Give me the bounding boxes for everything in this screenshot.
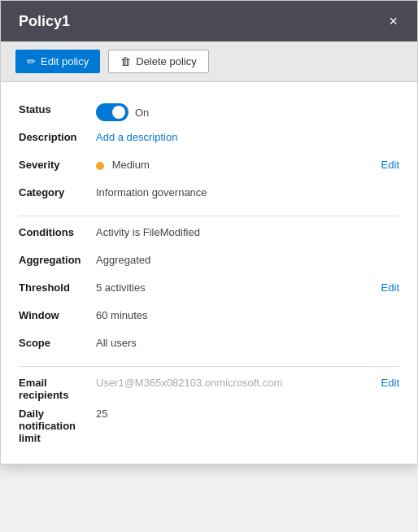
status-label: Status	[19, 102, 96, 116]
severity-label: Severity	[19, 157, 96, 171]
severity-row: Severity Medium Edit	[19, 157, 399, 180]
conditions-label: Conditions	[19, 225, 96, 238]
notifications-section: Email recipients User1@M365x082103.onmic…	[19, 366, 399, 452]
close-button[interactable]: ×	[384, 12, 403, 30]
conditions-section: Conditions Activity is FileModified Aggr…	[19, 216, 399, 366]
threshold-row: Threshold 5 activities Edit	[19, 280, 399, 303]
delete-policy-label: Delete policy	[136, 55, 196, 68]
daily-notification-row: Daily notification limit 25	[19, 406, 399, 444]
description-label: Description	[19, 129, 96, 143]
severity-text: Medium	[112, 159, 150, 171]
conditions-value: Activity is FileModified	[96, 225, 399, 238]
status-value: On	[96, 102, 399, 121]
category-label: Category	[19, 185, 96, 198]
description-value: Add a description	[96, 129, 399, 143]
severity-dot	[96, 162, 104, 170]
status-row: Status On	[19, 102, 399, 124]
email-label: Email recipients	[19, 375, 96, 401]
policy-dialog: Policy1 × ✏ Edit policy 🗑 Delete policy …	[0, 0, 418, 464]
category-row: Category Information governance	[19, 185, 399, 207]
aggregation-value: Aggregated	[96, 252, 399, 266]
conditions-row: Conditions Activity is FileModified	[19, 225, 399, 247]
edit-policy-label: Edit policy	[41, 55, 89, 68]
threshold-value: 5 activities	[96, 280, 381, 294]
status-toggle[interactable]	[96, 103, 128, 121]
daily-notification-value: 25	[96, 406, 399, 420]
window-label: Window	[19, 307, 96, 321]
aggregation-label: Aggregation	[19, 252, 96, 266]
scope-label: Scope	[19, 335, 96, 349]
delete-icon: 🗑	[120, 55, 131, 68]
threshold-edit-link[interactable]: Edit	[381, 280, 399, 294]
email-row: Email recipients User1@M365x082103.onmic…	[19, 375, 399, 401]
email-value: User1@M365x082103.onmicrosoft.com	[96, 375, 381, 389]
window-row: Window 60 minutes	[19, 307, 399, 330]
window-value: 60 minutes	[96, 307, 399, 321]
dialog-toolbar: ✏ Edit policy 🗑 Delete policy	[1, 41, 417, 82]
status-on-label: On	[135, 107, 149, 119]
delete-policy-button[interactable]: 🗑 Delete policy	[108, 50, 208, 73]
edit-icon: ✏	[27, 55, 36, 68]
dialog-body: Status On Description Add a description	[1, 82, 417, 464]
edit-policy-button[interactable]: ✏ Edit policy	[15, 50, 100, 73]
aggregation-row: Aggregation Aggregated	[19, 252, 399, 275]
scope-value: All users	[96, 335, 399, 349]
severity-edit-link[interactable]: Edit	[381, 157, 399, 171]
scope-row: Scope All users	[19, 335, 399, 358]
status-section: Status On Description Add a description	[19, 94, 399, 216]
dialog-header: Policy1 ×	[1, 1, 417, 41]
email-edit-link[interactable]: Edit	[381, 375, 399, 389]
daily-notification-label: Daily notification limit	[19, 406, 96, 444]
dialog-title: Policy1	[19, 13, 70, 30]
category-value: Information governance	[96, 185, 399, 198]
add-description-link[interactable]: Add a description	[96, 129, 177, 143]
severity-value: Medium	[96, 157, 381, 171]
description-row: Description Add a description	[19, 129, 399, 152]
threshold-label: Threshold	[19, 280, 96, 294]
